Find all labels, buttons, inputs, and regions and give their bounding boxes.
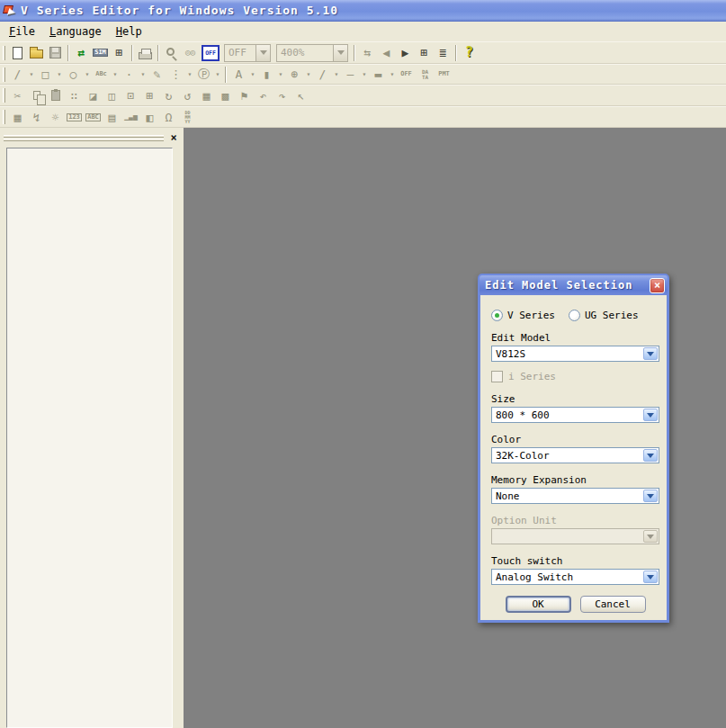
- keypad-display-icon[interactable]: ▦: [8, 108, 27, 126]
- switch-part-icon[interactable]: ↯: [27, 108, 46, 126]
- calculator-part-icon[interactable]: ▤: [103, 108, 121, 126]
- toolbar-grip[interactable]: [3, 46, 5, 60]
- select-mode-icon[interactable]: ↖: [291, 86, 310, 104]
- block-part-icon[interactable]: ◧: [140, 108, 159, 126]
- rotate-left-icon[interactable]: ↻: [159, 86, 178, 104]
- cursor-tool-icon[interactable]: ▮: [257, 66, 276, 84]
- multi-copy-icon[interactable]: ∷: [65, 86, 84, 104]
- transfer-icon[interactable]: ⇄: [72, 44, 91, 62]
- chevron-down-icon[interactable]: ▾: [139, 66, 148, 84]
- rect-tool-icon[interactable]: □: [36, 66, 55, 84]
- chevron-down-icon[interactable]: ▾: [83, 66, 92, 84]
- chevron-down-icon[interactable]: [333, 45, 347, 61]
- line-tool-icon[interactable]: /: [8, 66, 27, 84]
- memory-expansion-select[interactable]: None: [491, 488, 659, 504]
- numeric-display-icon[interactable]: 123: [65, 108, 84, 126]
- date-part-icon[interactable]: DD MM YY: [178, 108, 197, 126]
- new-document-icon[interactable]: [8, 44, 27, 62]
- radio-option-v-series[interactable]: V Series: [491, 310, 555, 321]
- box-fill-tool-icon[interactable]: ▬: [369, 66, 388, 84]
- title-bar[interactable]: V Series Editor for Windows Version 5.10: [0, 0, 726, 22]
- parts-place-icon[interactable]: Ⓟ: [194, 66, 213, 84]
- ruler-tool-icon[interactable]: ⋮: [166, 66, 185, 84]
- mode-tool-icon[interactable]: ⊕: [285, 66, 304, 84]
- chevron-down-icon[interactable]: ▾: [332, 66, 341, 84]
- rotate-right-icon[interactable]: ↺: [178, 86, 197, 104]
- ug-series-radio[interactable]: [569, 310, 580, 321]
- print-icon[interactable]: [136, 44, 155, 62]
- menu-help[interactable]: Help: [109, 23, 149, 40]
- paint-tool-icon[interactable]: ✎: [148, 66, 166, 84]
- pmt-tool-icon[interactable]: PMT: [435, 66, 453, 84]
- chevron-down-icon[interactable]: ▾: [304, 66, 313, 84]
- pin-icon[interactable]: ⚑: [235, 86, 254, 104]
- grid-icon[interactable]: ▦: [197, 86, 216, 104]
- edit-model-select[interactable]: V812S: [491, 346, 659, 362]
- cut-icon[interactable]: ✂: [8, 86, 27, 104]
- select-frame-icon[interactable]: ⊞: [140, 86, 159, 104]
- screen-manager-icon[interactable]: ⊞: [110, 44, 129, 62]
- touch-switch-select[interactable]: Analog Switch: [491, 569, 659, 585]
- chevron-down-icon[interactable]: ▾: [276, 66, 285, 84]
- chevron-down-icon[interactable]: [255, 45, 270, 61]
- graph-part-icon[interactable]: ▁▃▅: [121, 108, 140, 126]
- group-icon[interactable]: ◪: [84, 86, 103, 104]
- data-display-tool-icon[interactable]: DA TA: [416, 66, 435, 84]
- size-select[interactable]: 800 * 600: [491, 407, 659, 423]
- ok-button[interactable]: OK: [506, 596, 571, 613]
- dialog-title-bar[interactable]: Edit Model Selection ×: [480, 275, 668, 295]
- panel-gripper[interactable]: [4, 134, 164, 142]
- off-display-button[interactable]: OFF: [202, 45, 220, 61]
- screen-jump-icon[interactable]: ⇆: [358, 44, 377, 62]
- zoom-level-select[interactable]: 400%: [276, 44, 348, 62]
- chevron-down-icon[interactable]: ▾: [55, 66, 64, 84]
- lamp-part-icon[interactable]: ☼: [46, 108, 65, 126]
- chevron-down-icon[interactable]: [643, 571, 658, 583]
- chevron-down-icon[interactable]: ▾: [27, 66, 36, 84]
- screen-list-icon[interactable]: ≣: [434, 44, 453, 62]
- font-tool-icon[interactable]: A: [229, 66, 248, 84]
- save-icon[interactable]: [46, 44, 65, 62]
- line2-tool-icon[interactable]: /: [313, 66, 332, 84]
- chevron-down-icon[interactable]: [643, 490, 658, 502]
- redo-icon[interactable]: ↷: [273, 86, 291, 104]
- chevron-down-icon[interactable]: ▾: [111, 66, 120, 84]
- color-select[interactable]: 32K-Color: [491, 447, 659, 463]
- item-search-icon[interactable]: ◎◎: [181, 44, 200, 62]
- paste-icon[interactable]: [46, 86, 65, 104]
- chevron-down-icon[interactable]: ▾: [360, 66, 369, 84]
- cancel-button[interactable]: Cancel: [580, 596, 646, 613]
- alarm-part-icon[interactable]: Ω: [159, 108, 178, 126]
- prev-screen-icon[interactable]: ◀: [377, 44, 396, 62]
- chevron-down-icon[interactable]: [643, 347, 658, 360]
- radio-option-ug-series[interactable]: UG Series: [569, 310, 639, 321]
- chevron-down-icon[interactable]: ▾: [213, 66, 222, 84]
- off-lamp-tool-icon[interactable]: OFF: [397, 66, 416, 84]
- pattern-icon[interactable]: ▩: [216, 86, 235, 104]
- zoom-icon[interactable]: [162, 44, 181, 62]
- undo-icon[interactable]: ↶: [254, 86, 273, 104]
- toolbar-grip[interactable]: [3, 67, 5, 82]
- screen-list-box[interactable]: [6, 148, 173, 728]
- select-env-icon[interactable]: ⊡: [121, 86, 140, 104]
- ungroup-icon[interactable]: ◫: [103, 86, 121, 104]
- simulator-icon[interactable]: SIM: [91, 44, 110, 62]
- open-file-icon[interactable]: [27, 44, 46, 62]
- chevron-down-icon[interactable]: [643, 409, 658, 421]
- off-state-select[interactable]: OFF: [224, 44, 271, 62]
- toolbar-grip[interactable]: [3, 110, 5, 124]
- next-screen-icon[interactable]: ▶: [396, 44, 415, 62]
- chevron-down-icon[interactable]: [643, 449, 658, 462]
- v-series-radio[interactable]: [491, 310, 503, 321]
- dot-tool-icon[interactable]: ·: [120, 66, 139, 84]
- toolbar-grip[interactable]: [3, 88, 5, 103]
- char-display-icon[interactable]: ABC: [84, 108, 103, 126]
- dash-tool-icon[interactable]: —: [341, 66, 360, 84]
- chevron-down-icon[interactable]: ▾: [248, 66, 257, 84]
- chevron-down-icon[interactable]: ▾: [185, 66, 194, 84]
- dialog-close-icon[interactable]: ×: [650, 278, 665, 293]
- screen-table-icon[interactable]: ⊞: [415, 44, 434, 62]
- chevron-down-icon[interactable]: ▾: [388, 66, 397, 84]
- panel-close-icon[interactable]: ×: [167, 131, 180, 144]
- text-tool-icon[interactable]: ABc: [92, 66, 111, 84]
